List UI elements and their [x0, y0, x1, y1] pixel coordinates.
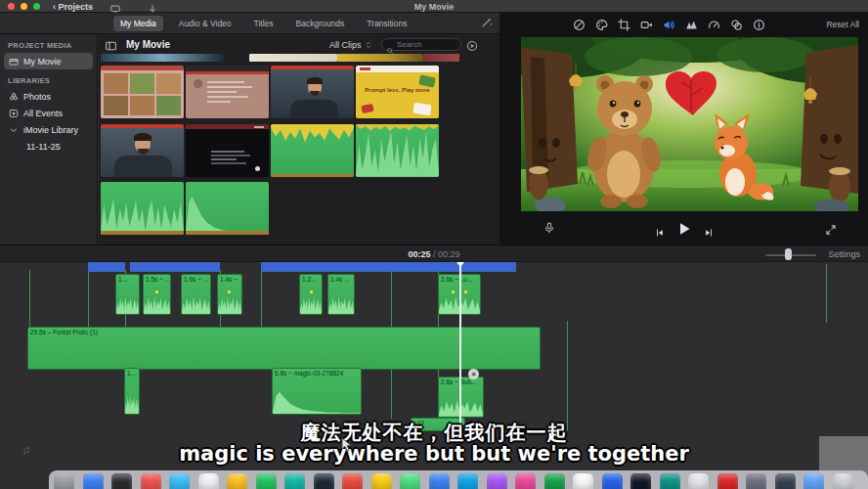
play-button[interactable] [676, 221, 692, 237]
dock-icon[interactable] [688, 473, 709, 489]
search-input[interactable] [397, 40, 456, 49]
sidebar-project-list: My Movie [0, 53, 97, 69]
timeline-clip-label: 1.5s ~ ... [144, 275, 170, 284]
color-correction-icon[interactable] [573, 18, 586, 30]
media-clip-terminal[interactable] [186, 124, 269, 177]
timeline-clip[interactable]: 1.4s ~ ... [217, 274, 242, 315]
dock-icon[interactable] [717, 473, 738, 489]
color-palette-icon[interactable] [595, 18, 608, 30]
dock-icon[interactable] [544, 473, 565, 489]
dock-icon[interactable] [198, 473, 219, 489]
tab-titles[interactable]: Titles [247, 16, 281, 31]
timeline-clip-label: 1... [125, 369, 139, 378]
timeline-music-clip[interactable]: 29.5s – Forest Frolic (1) [27, 327, 541, 370]
timeline-clip[interactable]: 1.2... [299, 274, 323, 315]
dock-icon[interactable] [400, 473, 420, 489]
media-clip-audio-decay[interactable] [186, 182, 269, 235]
dock-icon[interactable] [314, 473, 334, 489]
dock-icon[interactable] [371, 473, 392, 489]
tab-transitions[interactable]: Transitions [360, 16, 413, 31]
partial-thumbnail[interactable] [249, 54, 337, 62]
dock-icon[interactable] [141, 473, 161, 489]
enhance-magic-wand-icon[interactable] [481, 15, 494, 27]
dock-icon[interactable] [256, 473, 277, 489]
timeline-header: 00:25 / 00:29 Settings [0, 244, 868, 262]
dock-icon[interactable] [111, 473, 132, 489]
playhead-handle[interactable] [456, 262, 464, 267]
all-clips-dropdown[interactable]: All Clips [329, 40, 372, 50]
volume-icon[interactable] [663, 18, 675, 30]
timeline-clip[interactable]: 1.9s ~ ... [181, 274, 211, 315]
zoom-slider-thumb[interactable] [785, 248, 792, 260]
partial-thumbnail[interactable] [101, 54, 224, 62]
speed-icon[interactable] [708, 18, 720, 30]
sidebar-item-imovie-library[interactable]: iMovie Library [4, 121, 93, 138]
effects-icon[interactable] [730, 18, 743, 30]
media-clip-audio-spiky[interactable] [356, 124, 439, 177]
partial-thumbnail[interactable] [337, 54, 422, 62]
media-clip-audio-yellow[interactable] [271, 124, 354, 177]
timeline-clip[interactable]: 1... [124, 368, 140, 415]
timeline-settings-button[interactable]: Settings [828, 249, 860, 259]
clip-marker-dot [464, 290, 467, 293]
media-clip-webcam[interactable] [271, 66, 354, 118]
fullscreen-icon[interactable] [825, 222, 837, 234]
sidebar-toggle-icon[interactable] [105, 38, 117, 50]
sidebar-item-my-movie[interactable]: My Movie [4, 53, 93, 69]
info-icon[interactable] [753, 18, 765, 30]
timeline-video-bar[interactable] [261, 262, 516, 272]
dock-icon[interactable] [487, 473, 507, 489]
dock-icon[interactable] [227, 473, 247, 489]
dock-icon[interactable] [573, 473, 593, 489]
next-frame-button[interactable] [704, 224, 714, 234]
media-clip-audio-spiky2[interactable] [101, 182, 184, 235]
media-clip-collage[interactable] [101, 66, 184, 118]
dock-icon[interactable] [630, 473, 651, 489]
subtitle-english: magic is everywhere but but we're togeth… [0, 442, 868, 466]
reset-all-button[interactable]: Reset All [826, 20, 859, 29]
dock-icon[interactable] [284, 473, 305, 489]
clip-connector-line [261, 270, 262, 327]
media-clip-document[interactable] [186, 66, 269, 118]
dock-icon[interactable] [803, 473, 824, 489]
sidebar-item-11-11-25[interactable]: 11-11-25 [22, 138, 93, 155]
timeline-clip-label: 1.2... [300, 275, 322, 284]
play-circle-icon[interactable] [466, 38, 478, 50]
playhead[interactable] [459, 262, 461, 440]
timeline-clip[interactable]: 1.5s ~ ... [143, 274, 171, 315]
dock-icon[interactable] [169, 473, 190, 489]
dock-icon[interactable] [457, 473, 478, 489]
tab-audio-video[interactable]: Audio & Video [172, 16, 239, 31]
timeline-clip[interactable]: 1.4s ... [327, 274, 355, 315]
sidebar-item-photos[interactable]: Photos [4, 88, 93, 105]
tab-my-media[interactable]: My Media [113, 16, 163, 31]
timeline-video-bar[interactable] [130, 262, 220, 272]
dock-icon[interactable] [54, 473, 74, 489]
dock-icon[interactable] [660, 473, 680, 489]
dock-icon[interactable] [775, 473, 796, 489]
media-clip-webcam2[interactable] [101, 124, 184, 177]
crop-icon[interactable] [618, 18, 630, 30]
stabilization-icon[interactable] [640, 18, 653, 30]
dock-icon[interactable] [429, 473, 450, 489]
timeline-clip-label: 1.9s ~ ... [182, 275, 210, 284]
dock-icon[interactable] [602, 473, 623, 489]
previous-frame-button[interactable] [655, 224, 665, 234]
dock-icon[interactable] [833, 473, 853, 489]
dock-icon[interactable] [83, 473, 104, 489]
timeline-video-bar[interactable] [88, 262, 125, 272]
dock-icon[interactable] [746, 473, 766, 489]
noise-reduction-icon[interactable] [685, 18, 698, 30]
sidebar-item-all-events[interactable]: All Events [4, 105, 93, 121]
dock-icon[interactable] [342, 473, 363, 489]
timeline-clip[interactable]: 6.8s ~ magic-03-278824 [272, 368, 362, 415]
search-field[interactable] [381, 38, 461, 51]
clapperboard-icon [9, 57, 19, 67]
media-clip-promo[interactable]: Prompt less, Play more [356, 66, 439, 118]
tab-backgrounds[interactable]: Backgrounds [289, 16, 352, 31]
timeline-clip[interactable]: 2.8s ~ Bub... [438, 377, 484, 418]
remove-clip-badge[interactable]: × [468, 369, 479, 379]
partial-thumbnail[interactable] [422, 54, 459, 62]
dock-icon[interactable] [515, 473, 536, 489]
timeline-clip[interactable]: 1... [115, 274, 140, 315]
